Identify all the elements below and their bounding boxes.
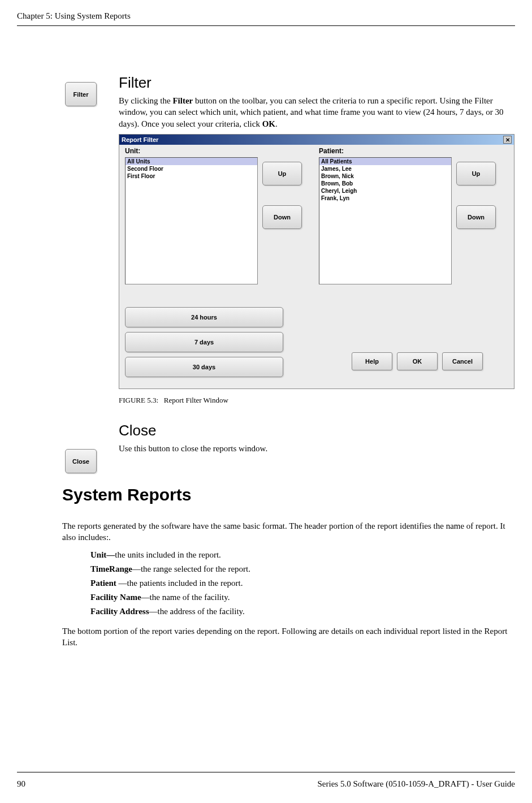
chapter-title: Chapter 5: Using System Reports — [17, 11, 131, 20]
dialog-title: Report Filter — [122, 136, 158, 143]
list-item[interactable]: Brown, Bob — [319, 180, 451, 187]
time-7-button[interactable]: 7 days — [125, 332, 283, 352]
list-item[interactable]: All Units — [126, 158, 257, 165]
close-icon-label: Close — [72, 458, 89, 465]
system-reports-intro: The reports generated by the software ha… — [62, 520, 515, 543]
unit-listbox[interactable]: All Units Second Floor First Floor — [125, 157, 258, 284]
list-item[interactable]: Second Floor — [126, 165, 257, 172]
figure-caption: FIGURE 5.3: Report Filter Window — [119, 396, 515, 405]
report-field: Unit—the units included in the report. — [90, 550, 515, 560]
dialog-titlebar: Report Filter ✕ — [119, 135, 514, 145]
figure-label: FIGURE 5.3: — [119, 396, 158, 404]
page-header: Chapter 5: Using System Reports — [17, 11, 515, 26]
list-item[interactable]: Brown, Nick — [319, 172, 451, 180]
filter-heading: Filter — [119, 74, 515, 92]
page-footer: 90 Series 5.0 Software (0510-1059-A_DRAF… — [17, 772, 515, 789]
patient-up-button[interactable]: Up — [456, 162, 496, 185]
footer-doc-title: Series 5.0 Software (0510-1059-A_DRAFT) … — [317, 779, 515, 789]
close-heading: Close — [119, 422, 515, 439]
system-reports-heading: System Reports — [62, 485, 515, 504]
list-item[interactable]: Frank, Lyn — [319, 195, 451, 202]
close-icon[interactable]: ✕ — [503, 136, 512, 144]
help-button[interactable]: Help — [352, 352, 392, 370]
patient-label: Patient: — [319, 147, 508, 155]
report-field: Facility Name—the name of the facility. — [90, 593, 515, 602]
report-filter-figure: Report Filter ✕ Unit: All Units Second F… — [119, 134, 515, 405]
patient-down-button[interactable]: Down — [456, 205, 496, 229]
filter-icon-label: Filter — [73, 91, 89, 98]
close-toolbar-button[interactable]: Close — [65, 449, 97, 473]
report-fields-list: Unit—the units included in the report. T… — [90, 550, 515, 616]
system-reports-outro: The bottom portion of the report varies … — [62, 625, 515, 649]
list-item[interactable]: First Floor — [126, 172, 257, 180]
unit-down-button[interactable]: Down — [262, 205, 302, 229]
patient-listbox[interactable]: All Patients James, Lee Brown, Nick Brow… — [319, 157, 452, 284]
list-item[interactable]: All Patients — [319, 158, 451, 165]
list-item[interactable]: Cheryl, Leigh — [319, 187, 451, 195]
ok-button[interactable]: OK — [397, 352, 438, 370]
list-item[interactable]: James, Lee — [319, 165, 451, 172]
time-30-button[interactable]: 30 days — [125, 357, 283, 377]
report-filter-dialog: Report Filter ✕ Unit: All Units Second F… — [119, 134, 514, 389]
report-field: TimeRange—the range selected for the rep… — [90, 564, 515, 574]
filter-paragraph: By clicking the Filter button on the too… — [119, 95, 515, 129]
report-field: Facility Address—the address of the faci… — [90, 607, 515, 616]
report-field: Patient —the patients included in the re… — [90, 578, 515, 588]
cancel-button[interactable]: Cancel — [442, 352, 483, 370]
page-number: 90 — [17, 779, 25, 789]
unit-label: Unit: — [125, 147, 314, 155]
close-paragraph: Use this button to close the reports win… — [119, 443, 515, 454]
time-24-button[interactable]: 24 hours — [125, 307, 283, 327]
figure-text: Report Filter Window — [164, 396, 228, 404]
filter-toolbar-button[interactable]: Filter — [65, 82, 97, 106]
unit-up-button[interactable]: Up — [262, 162, 302, 185]
